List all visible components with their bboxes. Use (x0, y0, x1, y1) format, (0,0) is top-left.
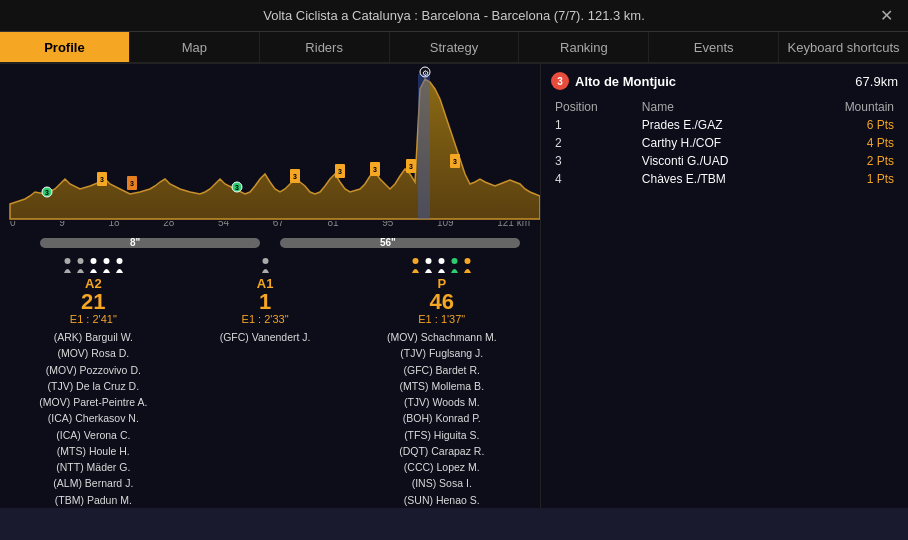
close-button[interactable]: ✕ (876, 6, 896, 26)
tab-events[interactable]: Events (649, 32, 779, 62)
group-a2: A2 21 E1 : 2'41" (ARK) Barguil W. (MOV) … (10, 257, 177, 508)
timeline-bars: 8" 56" (10, 234, 530, 254)
svg-point-22 (64, 258, 70, 264)
tab-keyboard[interactable]: Keyboard shortcuts (779, 32, 908, 62)
mountain-km: 67.9km (855, 74, 898, 89)
svg-rect-1 (418, 74, 430, 219)
group-a2-riders: (ARK) Barguil W. (MOV) Rosa D. (MOV) Poz… (39, 329, 147, 508)
svg-point-29 (426, 258, 432, 264)
svg-point-32 (465, 258, 471, 264)
tab-profile[interactable]: Profile (0, 32, 130, 62)
tab-strategy[interactable]: Strategy (390, 32, 520, 62)
svg-text:⚙: ⚙ (422, 69, 429, 78)
svg-text:3: 3 (130, 180, 134, 187)
group-a1-time: E1 : 2'33" (242, 313, 289, 325)
tab-ranking[interactable]: Ranking (519, 32, 649, 62)
group-p-time: E1 : 1'37" (418, 313, 465, 325)
group-p-riders: (MOV) Schachmann M. (TJV) Fuglsang J. (G… (387, 329, 497, 508)
mountain-header: 3 Alto de Montjuic 67.9km (551, 72, 898, 90)
group-a1-riders: (GFC) Vanendert J. (220, 329, 311, 345)
svg-text:3: 3 (293, 173, 297, 180)
tab-riders[interactable]: Riders (260, 32, 390, 62)
svg-text:3: 3 (235, 184, 239, 191)
table-row: 4 Chàves E./TBM 1 Pts (551, 170, 898, 188)
svg-text:3: 3 (45, 189, 49, 196)
group-a2-time: E1 : 2'41" (70, 313, 117, 325)
table-row: 1 Prades E./GAZ 6 Pts (551, 116, 898, 134)
svg-point-23 (77, 258, 83, 264)
group-a2-icons (62, 257, 125, 273)
svg-point-31 (452, 258, 458, 264)
mountain-badge: 3 (551, 72, 569, 90)
svg-point-26 (116, 258, 122, 264)
group-a1-count: 1 (259, 291, 271, 313)
title-bar: Volta Ciclista a Catalunya : Barcelona -… (0, 0, 908, 32)
svg-text:3: 3 (100, 176, 104, 183)
svg-text:3: 3 (453, 158, 457, 165)
group-p-icons (410, 257, 473, 273)
group-a1: A1 1 E1 : 2'33" (GFC) Vanendert J. (187, 257, 344, 508)
tab-map[interactable]: Map (130, 32, 260, 62)
table-row: 3 Visconti G./UAD 2 Pts (551, 152, 898, 170)
group-a1-icons (260, 257, 271, 273)
svg-point-27 (262, 258, 268, 264)
groups-row: A2 21 E1 : 2'41" (ARK) Barguil W. (MOV) … (0, 253, 540, 508)
group-a2-count: 21 (81, 291, 105, 313)
mountain-title: 3 Alto de Montjuic (551, 72, 676, 90)
table-row: 2 Carthy H./COF 4 Pts (551, 134, 898, 152)
group-p-count: 46 (430, 291, 454, 313)
info-panel: 3 Alto de Montjuic 67.9km Position Name … (540, 64, 908, 508)
group-p: P 46 E1 : 1'37" (MOV) Schachmann M. (TJV… (354, 257, 530, 508)
svg-point-25 (103, 258, 109, 264)
profile-chart: 3 3 3 3 3 3 3 3 3 (0, 64, 540, 221)
window-title: Volta Ciclista a Catalunya : Barcelona -… (263, 8, 645, 23)
svg-point-28 (413, 258, 419, 264)
svg-point-24 (90, 258, 96, 264)
svg-point-30 (439, 258, 445, 264)
svg-text:3: 3 (338, 168, 342, 175)
svg-text:3: 3 (373, 166, 377, 173)
nav-tabs: Profile Map Riders Strategy Ranking Even… (0, 32, 908, 64)
svg-text:3: 3 (409, 163, 413, 170)
mountain-name: Alto de Montjuic (575, 74, 676, 89)
mountain-table: Position Name Mountain 1 Prades E./GAZ 6… (551, 98, 898, 188)
